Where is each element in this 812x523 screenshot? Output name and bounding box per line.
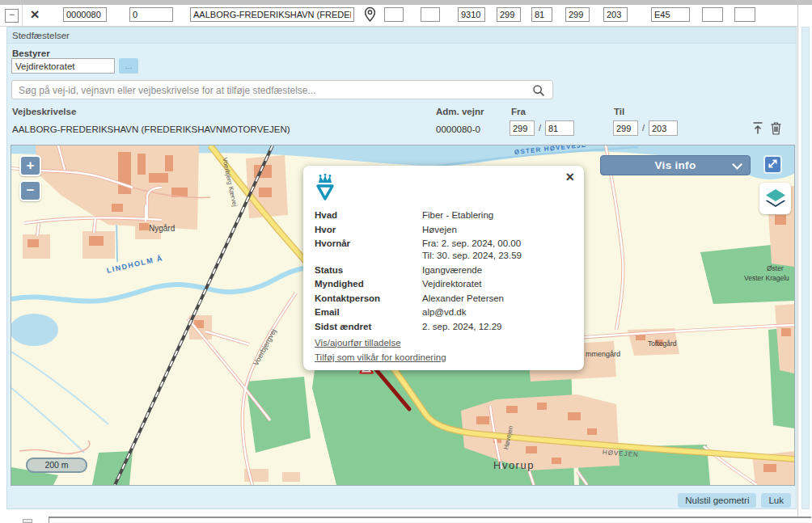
- vis-info-button[interactable]: Vis info: [600, 155, 751, 175]
- popup-label: Myndighed: [315, 278, 422, 290]
- add-coordination-condition-link[interactable]: Tilføj som vilkår for koordinering: [315, 352, 573, 362]
- popup-value: Igangværende: [422, 264, 482, 276]
- popup-value: Vejdirektoratet: [422, 278, 482, 290]
- fullscreen-button[interactable]: [763, 155, 782, 174]
- application-window: − × Stedfæstelser Bestyrer ...: [0, 0, 812, 523]
- popup-label: Status: [315, 264, 422, 276]
- row-vejbeskrivelse: AALBORG-FREDERIKSHAVN (FREDERIKSHAVNMOTO…: [12, 124, 290, 134]
- stedfaestelser-panel: Stedfæstelser Bestyrer ... Vejbeskrivels…: [6, 27, 797, 509]
- collapse-row-button[interactable]: −: [5, 9, 19, 23]
- header-til: Til: [614, 107, 624, 116]
- clear-row-button[interactable]: ×: [27, 6, 42, 23]
- view-permit-link[interactable]: Vis/ajourfør tilladelse: [315, 338, 573, 348]
- row-til-km-field[interactable]: [613, 120, 638, 136]
- next-panel-edge: [49, 517, 811, 523]
- header-vejbeskrivelse: Vejbeskrivelse: [12, 107, 76, 116]
- popup-details: HvadFiber - Etablering HvorHøvejen Hvorn…: [315, 209, 573, 333]
- route-number-field[interactable]: [651, 7, 690, 22]
- row-adm-vejnr: 0000080-0: [436, 124, 480, 134]
- toolbar-field-4[interactable]: [734, 7, 755, 22]
- popup-label: Sidst ændret: [315, 321, 422, 333]
- vis-info-label: Vis info: [655, 159, 696, 171]
- header-adm-vejnr: Adm. vejnr: [436, 107, 484, 116]
- map[interactable]: ØSTER HØVEVEJE Nygård LINDHOLM Å Voerbje…: [11, 145, 795, 486]
- sub-number-field[interactable]: [129, 7, 173, 22]
- reset-geometry-button[interactable]: Nulstil geometri: [678, 493, 756, 508]
- road-number-field[interactable]: [63, 7, 107, 22]
- scale-bar: 200 m: [26, 458, 87, 473]
- right-panel-strip: [801, 27, 810, 509]
- popup-value: 2. sep. 2024, 12.29: [422, 321, 501, 333]
- delete-row-icon[interactable]: [770, 121, 785, 136]
- til-m-field[interactable]: [603, 7, 628, 22]
- popup-value: Fra: 2. sep. 2024, 00.00 Til: 30. sep. 2…: [422, 238, 522, 262]
- panel-footer: Nulstil geometri Luk: [678, 493, 791, 508]
- popup-label: Hvad: [315, 209, 422, 221]
- search-icon[interactable]: [532, 84, 545, 100]
- til-km-field[interactable]: [565, 7, 590, 22]
- row-til-m-field[interactable]: [649, 120, 678, 136]
- toolbar-field-3[interactable]: [702, 7, 723, 22]
- record-toolbar: − ×: [0, 5, 797, 27]
- expand-icon: [767, 158, 779, 170]
- zoom-in-button[interactable]: +: [19, 155, 41, 176]
- til-separator: /: [642, 123, 645, 133]
- popup-value: alp@vd.dk: [422, 306, 467, 318]
- chevron-down-icon: [732, 159, 742, 170]
- bottom-widget-fragment: [23, 519, 32, 523]
- road-search-input[interactable]: [17, 82, 530, 99]
- toolbar-field-1[interactable]: [384, 7, 404, 22]
- map-info-popup: × HvadFiber - Etablering HvorHøvejen Hvo…: [303, 166, 584, 370]
- bestyrer-label: Bestyrer: [12, 49, 50, 58]
- panel-title: Stedfæstelser: [7, 27, 796, 44]
- bestyrer-browse-button[interactable]: ...: [119, 58, 138, 74]
- right-divider: [797, 0, 798, 517]
- row-fra-m-field[interactable]: [545, 120, 574, 136]
- vejdirektoratet-logo-icon: [315, 174, 336, 201]
- layers-button[interactable]: [759, 183, 791, 214]
- popup-value: Alexander Petersen: [422, 293, 504, 305]
- zoom-to-segment-icon[interactable]: [751, 121, 766, 136]
- road-search-box: [11, 80, 553, 99]
- popup-value: Høvejen: [422, 224, 457, 236]
- popup-label: Hvornår: [315, 238, 422, 262]
- fra-m-field[interactable]: [531, 7, 552, 22]
- toolbar-separator: [22, 5, 23, 26]
- popup-value: Fiber - Etablering: [422, 209, 493, 221]
- toolbar-field-2[interactable]: [421, 7, 440, 22]
- close-panel-button[interactable]: Luk: [761, 493, 791, 508]
- location-pin-icon[interactable]: [363, 6, 377, 23]
- popup-label: Hvor: [315, 224, 422, 236]
- row-fra-km-field[interactable]: [510, 120, 535, 136]
- header-fra: Fra: [511, 107, 526, 116]
- fra-km-field[interactable]: [497, 7, 521, 22]
- road-name-field[interactable]: [190, 7, 354, 22]
- layers-icon: [763, 186, 788, 210]
- fra-separator: /: [539, 123, 541, 133]
- popup-label: Email: [315, 306, 422, 318]
- popup-close-icon[interactable]: ×: [565, 169, 574, 185]
- popup-label: Kontaktperson: [315, 293, 422, 305]
- zoom-out-button[interactable]: −: [19, 180, 41, 201]
- postal-code-field[interactable]: [458, 7, 485, 22]
- bestyrer-field[interactable]: [11, 58, 115, 74]
